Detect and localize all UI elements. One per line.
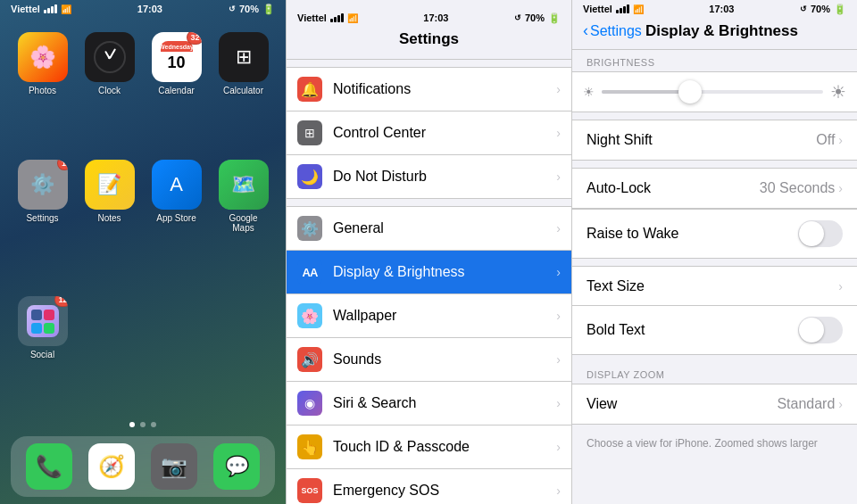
autolock-group: Auto-Lock 30 Seconds ›	[572, 168, 857, 209]
settings-group-1: 🔔 Notifications › ⊞ Control Center › 🌙 D…	[287, 67, 571, 199]
siri-icon: ◉	[297, 391, 322, 416]
settings-item-wallpaper[interactable]: 🌸 Wallpaper ›	[287, 294, 571, 338]
display-content: BRIGHTNESS ☀ ☀ Night Shift Off ›	[572, 50, 857, 504]
displaybrightness-chevron: ›	[556, 265, 561, 279]
settings-signal	[330, 13, 344, 22]
twitter-mini-icon	[31, 323, 42, 334]
textsize-group: Text Size › Bold Text	[572, 266, 857, 355]
display-status-right: ↺ 70% 🔋	[800, 4, 846, 15]
wifi-icon: 📶	[61, 4, 71, 14]
donotdisturb-label: Do Not Disturb	[333, 169, 553, 185]
display-battery-pct: 70%	[811, 4, 830, 14]
dock-safari[interactable]: 🧭	[88, 443, 135, 490]
settings-item-siri[interactable]: ◉ Siri & Search ›	[287, 382, 571, 426]
settings-carrier: Viettel	[297, 12, 327, 23]
settings-battery-icon: 🔋	[548, 12, 561, 24]
nightshift-value: Off	[816, 132, 835, 148]
autolock-row[interactable]: Auto-Lock 30 Seconds ›	[572, 169, 857, 208]
display-wifi-icon: 📶	[633, 4, 644, 14]
camera-icon: 📷	[151, 443, 197, 490]
dock-messages[interactable]: 💬	[213, 443, 260, 490]
maps-label: Google Maps	[217, 213, 270, 233]
app-notes[interactable]: 📝 Notes	[83, 160, 136, 283]
page-dot-1	[129, 422, 135, 427]
app-clock[interactable]: Clock	[83, 32, 136, 145]
brightness-slider[interactable]	[602, 81, 823, 103]
view-label: View	[587, 396, 777, 412]
view-row[interactable]: View Standard ›	[572, 384, 857, 424]
display-battery-icon: 🔋	[834, 4, 846, 15]
textsize-row[interactable]: Text Size ›	[572, 267, 857, 306]
boldtext-row[interactable]: Bold Text	[572, 306, 857, 354]
app-photos[interactable]: 🌸 Photos	[16, 32, 69, 145]
dock-phone[interactable]: 📞	[26, 443, 72, 490]
view-chevron: ›	[838, 397, 843, 411]
boldtext-toggle[interactable]	[798, 317, 843, 343]
calculator-icon: ⊞	[219, 32, 269, 82]
nightshift-row[interactable]: Night Shift Off ›	[572, 120, 857, 160]
brightness-row: ☀ ☀	[572, 72, 857, 112]
facebook-mini-icon	[31, 310, 42, 320]
settings-list: 🔔 Notifications › ⊞ Control Center › 🌙 D…	[287, 60, 571, 504]
sounds-label: Sounds	[333, 351, 553, 368]
photos-label: Photos	[29, 86, 56, 95]
siri-label: Siri & Search	[333, 395, 553, 411]
settings-item-displaybrightness[interactable]: AA Display & Brightness ›	[287, 251, 571, 294]
display-time: 17:03	[709, 4, 734, 14]
notifications-icon: 🔔	[297, 77, 322, 102]
page-dots	[0, 417, 286, 433]
raise-to-wake-toggle-knob	[799, 221, 824, 246]
settings-panel: Viettel 📶 17:03 ↺ 70% 🔋 Settings	[286, 0, 571, 504]
emergencysos-label: Emergency SOS	[333, 483, 553, 499]
settings-title: Settings	[287, 27, 571, 52]
display-status-bar: Viettel 📶 17:03 ↺ 70% 🔋	[572, 0, 857, 18]
display-rotate-icon: ↺	[800, 4, 807, 13]
settings-status-bar: Viettel 📶 17:03 ↺ 70% 🔋	[287, 9, 571, 27]
settings-item-notifications[interactable]: 🔔 Notifications ›	[287, 67, 571, 112]
general-chevron: ›	[556, 221, 561, 235]
brightness-thumb[interactable]	[678, 80, 702, 103]
settings-status-left: Viettel 📶	[297, 12, 358, 23]
brightness-fill	[602, 90, 690, 94]
settings-item-touchid[interactable]: 👆 Touch ID & Passcode ›	[287, 426, 571, 469]
app-settings[interactable]: ⚙️ 1 Settings	[16, 160, 69, 283]
settings-item-sounds[interactable]: 🔊 Sounds ›	[287, 338, 571, 382]
settings-label: Settings	[26, 213, 58, 223]
wallpaper-label: Wallpaper	[333, 308, 553, 324]
clock-face	[94, 41, 126, 73]
notifications-chevron: ›	[556, 82, 561, 96]
app-appstore[interactable]: A App Store	[150, 160, 203, 283]
raise-to-wake-toggle[interactable]	[798, 220, 843, 247]
settings-item-controlcenter[interactable]: ⊞ Control Center ›	[287, 112, 571, 155]
settings-item-donotdisturb[interactable]: 🌙 Do Not Disturb ›	[287, 155, 571, 199]
settings-status-right: ↺ 70% 🔋	[514, 12, 561, 24]
calendar-icon-inner: Wednesday 10	[161, 41, 193, 73]
nightshift-label: Night Shift	[587, 132, 816, 148]
battery-icon: 🔋	[262, 4, 275, 15]
autolock-value: 30 Seconds	[760, 180, 836, 196]
signal-bar-2	[47, 8, 50, 13]
display-panel-title: Display & Brightness	[642, 22, 802, 40]
app-social[interactable]: 12 Social	[16, 296, 69, 409]
photos-icon: 🌸	[18, 32, 68, 82]
back-button[interactable]: ‹ Settings	[583, 21, 642, 40]
app-calendar[interactable]: Wednesday 10 32 Calendar	[150, 32, 203, 145]
app-calculator[interactable]: ⊞ Calculator	[217, 32, 270, 145]
instagram-mini-icon	[44, 310, 54, 320]
maps-icon: 🗺️	[219, 160, 269, 210]
calendar-label: Calendar	[158, 86, 195, 95]
raise-to-wake-row[interactable]: Raise to Wake	[572, 209, 857, 259]
notes-icon: 📝	[85, 160, 135, 210]
donotdisturb-icon: 🌙	[297, 164, 322, 189]
app-maps[interactable]: 🗺️ Google Maps	[217, 160, 270, 283]
notes-label: Notes	[97, 213, 121, 223]
settings-item-emergencysos[interactable]: SOS Emergency SOS ›	[287, 469, 571, 504]
calendar-day: 10	[161, 52, 193, 73]
settings-group-2: ⚙️ General › AA Display & Brightness › 🌸…	[287, 206, 571, 504]
touchid-label: Touch ID & Passcode	[333, 439, 553, 455]
settings-badge: 1	[57, 160, 68, 170]
dock-camera[interactable]: 📷	[151, 443, 197, 490]
wallpaper-chevron: ›	[556, 309, 561, 323]
settings-item-general[interactable]: ⚙️ General ›	[287, 206, 571, 251]
settings-time: 17:03	[423, 12, 448, 23]
